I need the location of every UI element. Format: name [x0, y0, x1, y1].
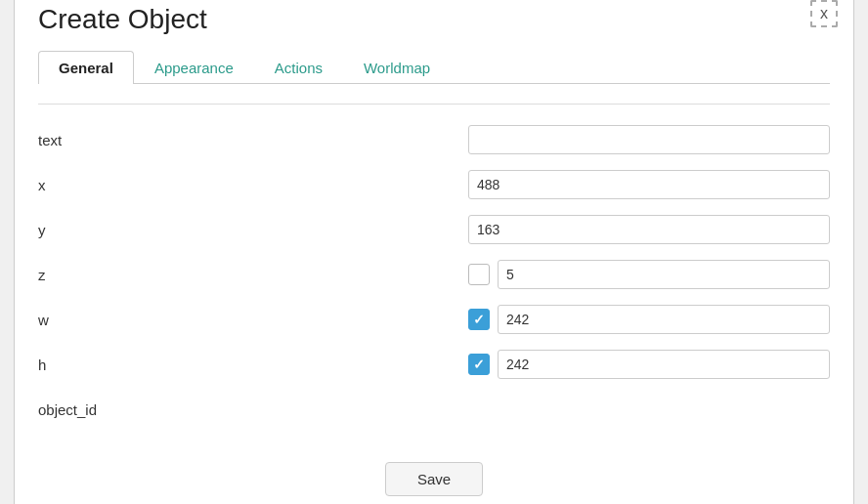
tab-worldmap[interactable]: Worldmap [343, 51, 451, 84]
input-area-w [468, 305, 830, 334]
form-content: text x y z [38, 120, 830, 442]
form-row-w: w [38, 304, 830, 335]
label-y: y [38, 222, 468, 238]
checkbox-h[interactable] [468, 354, 490, 375]
save-button[interactable]: Save [385, 462, 483, 496]
checkbox-w[interactable] [468, 309, 490, 330]
label-h: h [38, 357, 468, 373]
input-area-text [468, 125, 830, 154]
divider [38, 104, 830, 105]
label-z: z [38, 267, 468, 283]
input-h[interactable] [498, 350, 830, 379]
tab-bar: General Appearance Actions Worldmap [38, 51, 830, 84]
tab-actions[interactable]: Actions [254, 51, 343, 84]
form-row-z: z [38, 259, 830, 290]
input-w[interactable] [498, 305, 830, 334]
close-button[interactable]: x [810, 0, 838, 27]
input-x[interactable] [468, 170, 830, 199]
input-z[interactable] [498, 260, 830, 289]
label-w: w [38, 312, 468, 328]
create-object-dialog: Create Object x General Appearance Actio… [14, 0, 854, 504]
form-row-y: y [38, 214, 830, 245]
label-text: text [38, 132, 468, 148]
tab-general[interactable]: General [38, 51, 134, 84]
input-area-h [468, 350, 830, 379]
form-row-object-id: object_id [38, 394, 830, 425]
save-row: Save [38, 462, 830, 496]
input-area-y [468, 215, 830, 244]
dialog-title: Create Object [38, 4, 830, 35]
checkbox-z[interactable] [468, 264, 490, 285]
form-row-text: text [38, 124, 830, 155]
tab-appearance[interactable]: Appearance [134, 51, 254, 84]
input-y[interactable] [468, 215, 830, 244]
form-row-h: h [38, 349, 830, 380]
label-x: x [38, 177, 468, 193]
input-area-x [468, 170, 830, 199]
input-area-z [468, 260, 830, 289]
form-row-x: x [38, 169, 830, 200]
input-text[interactable] [468, 125, 830, 154]
label-object-id: object_id [38, 401, 468, 418]
